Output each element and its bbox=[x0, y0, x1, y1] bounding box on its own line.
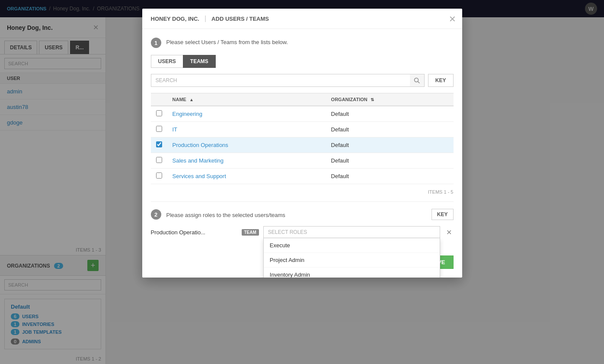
team-link-0[interactable]: Engineering bbox=[173, 111, 202, 117]
team-checkbox-cell[interactable] bbox=[151, 122, 167, 137]
team-badge: TEAM bbox=[242, 229, 259, 236]
roles-dropdown: ExecuteProject AdminInventory AdminCrede… bbox=[263, 238, 440, 278]
team-org-cell: Default bbox=[326, 153, 454, 169]
key-button-2[interactable]: KEY bbox=[431, 209, 454, 220]
table-row: Production Operations Default bbox=[151, 137, 454, 153]
teams-search-wrap bbox=[151, 74, 425, 87]
role-remove-button[interactable]: ✕ bbox=[444, 228, 454, 236]
role-option-1[interactable]: Project Admin bbox=[264, 253, 440, 268]
teams-items-count: ITEMS 1 - 5 bbox=[151, 188, 454, 201]
teams-search-icon[interactable] bbox=[410, 74, 425, 87]
team-link-1[interactable]: IT bbox=[173, 126, 178, 133]
team-org-cell: Default bbox=[326, 169, 454, 184]
team-link-3[interactable]: Sales and Marketing bbox=[173, 157, 224, 164]
toggle-teams[interactable]: TEAMS bbox=[183, 55, 216, 68]
modal-org-label: HONEY DOG, INC. bbox=[151, 16, 199, 22]
svg-line-1 bbox=[418, 82, 420, 83]
teams-search-row: KEY bbox=[151, 74, 454, 87]
teams-table: NAME ▲ ORGANIZATION ⇅ Engineering bbox=[151, 93, 454, 184]
table-header-row: NAME ▲ ORGANIZATION ⇅ bbox=[151, 93, 454, 106]
team-checkbox-cell[interactable] bbox=[151, 169, 167, 184]
table-row: Engineering Default bbox=[151, 106, 454, 122]
step2-header: 2 Please assign roles to the selected us… bbox=[151, 209, 454, 220]
step1-number: 1 bbox=[151, 38, 161, 48]
role-select-placeholder-text: SELECT ROLES bbox=[268, 229, 307, 235]
table-row: IT Default bbox=[151, 122, 454, 137]
team-link-4[interactable]: Services and Support bbox=[173, 173, 226, 179]
role-select[interactable]: SELECT ROLES bbox=[263, 226, 440, 238]
team-name-cell: IT bbox=[167, 122, 326, 137]
step1-header: 1 Please select Users / Teams from the l… bbox=[151, 38, 454, 48]
team-name-cell: Services and Support bbox=[167, 169, 326, 184]
col-name[interactable]: NAME ▲ bbox=[167, 93, 326, 106]
table-row: Sales and Marketing Default bbox=[151, 153, 454, 169]
role-select-wrap: SELECT ROLES ExecuteProject AdminInvento… bbox=[263, 226, 440, 238]
team-checkbox-0[interactable] bbox=[156, 110, 162, 116]
users-teams-toggle: USERS TEAMS bbox=[151, 55, 454, 68]
modal-title: ADD USERS / TEAMS bbox=[211, 16, 269, 22]
add-users-teams-modal: HONEY DOG, INC. | ADD USERS / TEAMS ✕ 1 … bbox=[142, 9, 462, 278]
modal-close-button[interactable]: ✕ bbox=[449, 15, 456, 23]
table-row: Services and Support Default bbox=[151, 169, 454, 184]
team-checkbox-cell[interactable] bbox=[151, 106, 167, 122]
teams-search-input[interactable] bbox=[151, 74, 425, 87]
team-name-cell: Sales and Marketing bbox=[167, 153, 326, 169]
col-organization[interactable]: ORGANIZATION ⇅ bbox=[326, 93, 454, 106]
role-assignment-row: Production Operatio... TEAM SELECT ROLES… bbox=[151, 226, 454, 238]
role-option-0[interactable]: Execute bbox=[264, 238, 440, 253]
modal-header: HONEY DOG, INC. | ADD USERS / TEAMS ✕ bbox=[142, 9, 462, 29]
team-name-label: Production Operatio... bbox=[151, 229, 237, 236]
step2-number: 2 bbox=[151, 209, 161, 220]
team-checkbox-1[interactable] bbox=[156, 126, 162, 132]
team-checkbox-4[interactable] bbox=[156, 172, 162, 179]
team-org-cell: Default bbox=[326, 137, 454, 153]
team-checkbox-cell[interactable] bbox=[151, 153, 167, 169]
team-checkbox-cell[interactable] bbox=[151, 137, 167, 153]
step2-section: 2 Please assign roles to the selected us… bbox=[151, 201, 454, 238]
modal-overlay: HONEY DOG, INC. | ADD USERS / TEAMS ✕ 1 … bbox=[0, 0, 604, 364]
key-button-1[interactable]: KEY bbox=[428, 74, 454, 87]
step1-text: Please select Users / Teams from the lis… bbox=[166, 38, 288, 45]
team-checkbox-2[interactable] bbox=[156, 141, 162, 147]
role-option-2[interactable]: Inventory Admin bbox=[264, 268, 440, 278]
modal-body: 1 Please select Users / Teams from the l… bbox=[142, 29, 462, 250]
team-org-cell: Default bbox=[326, 122, 454, 137]
team-name-cell: Production Operations bbox=[167, 137, 326, 153]
team-checkbox-3[interactable] bbox=[156, 157, 162, 163]
team-name-cell: Engineering bbox=[167, 106, 326, 122]
team-link-2[interactable]: Production Operations bbox=[173, 142, 228, 148]
step2-text: Please assign roles to the selected user… bbox=[166, 211, 285, 218]
team-org-cell: Default bbox=[326, 106, 454, 122]
toggle-users[interactable]: USERS bbox=[151, 55, 183, 68]
